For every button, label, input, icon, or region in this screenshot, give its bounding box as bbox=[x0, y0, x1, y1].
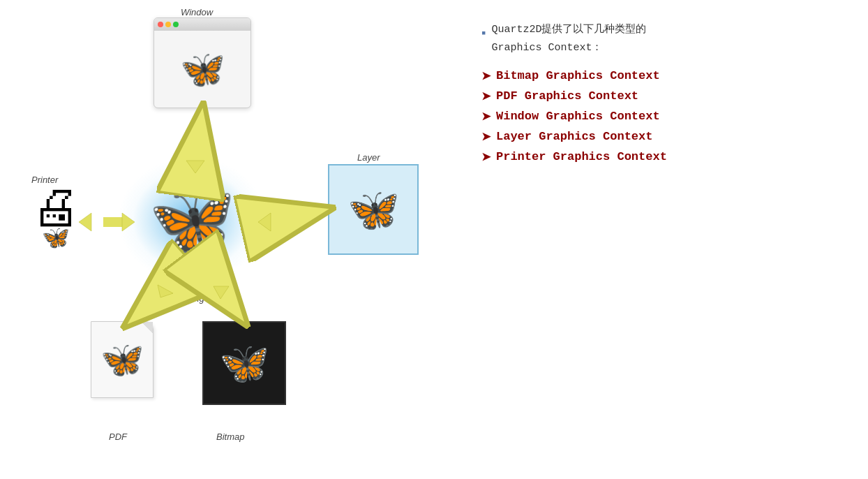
arrow-icon-5: ➤ bbox=[481, 150, 491, 163]
text-area: ▪ Quartz2D提供了以下几种类型的 Graphics Context： ➤… bbox=[461, 0, 868, 479]
list-item: ➤ Layer Graphics Context bbox=[481, 130, 854, 143]
intro-bullet: ▪ bbox=[481, 22, 486, 57]
arrow-icon-3: ➤ bbox=[481, 110, 491, 123]
intro-line1: Quartz2D提供了以下几种类型的 bbox=[491, 24, 646, 36]
intro-text-content: Quartz2D提供了以下几种类型的 Graphics Context： bbox=[491, 21, 646, 57]
context-item-text-5: Printer Graphics Context bbox=[496, 150, 667, 163]
drawing-label: Drawing bbox=[171, 293, 204, 304]
arrow-icon-2: ➤ bbox=[481, 89, 491, 103]
intro-line2: Graphics Context： bbox=[491, 42, 602, 54]
main-container: Window 🦋 🦋 Drawing Layer 🦋 Printer 🖨 🦋 P… bbox=[0, 0, 868, 479]
printer-butterfly: 🦋 bbox=[42, 224, 70, 251]
pdf-area: 🦋 bbox=[84, 321, 160, 412]
pdf-page: 🦋 bbox=[91, 321, 154, 398]
layer-box: 🦋 bbox=[328, 164, 419, 255]
diagram-area: Window 🦋 🦋 Drawing Layer 🦋 Printer 🖨 🦋 P… bbox=[0, 0, 461, 479]
svg-line-9 bbox=[129, 290, 166, 323]
window-box: 🦋 bbox=[154, 17, 251, 108]
svg-marker-12 bbox=[214, 286, 229, 299]
arrow-icon-1: ➤ bbox=[481, 69, 491, 82]
context-item-text-4: Layer Graphics Context bbox=[496, 130, 652, 143]
list-item: ➤ Printer Graphics Context bbox=[481, 150, 854, 163]
center-butterfly: 🦋 bbox=[136, 164, 248, 276]
context-list: ➤ Bitmap Graphics Context ➤ PDF Graphics… bbox=[481, 69, 854, 163]
window-titlebar bbox=[154, 18, 250, 31]
list-item: ➤ PDF Graphics Context bbox=[481, 89, 854, 103]
context-item-text-1: Bitmap Graphics Context bbox=[496, 69, 660, 82]
win-close-dot bbox=[158, 22, 163, 27]
intro-block: ▪ Quartz2D提供了以下几种类型的 Graphics Context： bbox=[481, 21, 854, 57]
window-label: Window bbox=[181, 7, 213, 17]
printer-area: 🖨 🦋 bbox=[10, 178, 101, 255]
win-min-dot bbox=[165, 22, 171, 27]
svg-line-11 bbox=[222, 292, 243, 320]
win-max-dot bbox=[173, 22, 179, 27]
bitmap-label: Bitmap bbox=[216, 432, 244, 442]
window-butterfly: 🦋 bbox=[180, 31, 225, 108]
list-item: ➤ Window Graphics Context bbox=[481, 110, 854, 123]
svg-line-4 bbox=[272, 209, 327, 222]
layer-label: Layer bbox=[357, 152, 380, 163]
context-item-text-3: Window Graphics Context bbox=[496, 110, 660, 123]
bitmap-box: 🦋 bbox=[202, 321, 286, 405]
list-item: ➤ Bitmap Graphics Context bbox=[481, 69, 854, 82]
context-item-text-2: PDF Graphics Context bbox=[496, 89, 638, 103]
pdf-label: PDF bbox=[109, 432, 127, 442]
arrow-icon-4: ➤ bbox=[481, 130, 491, 143]
